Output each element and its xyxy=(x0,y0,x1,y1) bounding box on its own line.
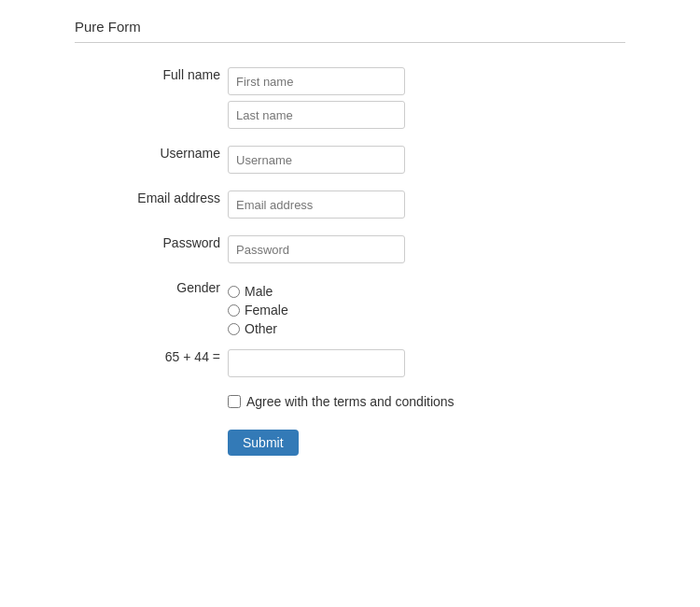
pure-form: Full name Username Email address xyxy=(75,62,625,461)
gender-male-text: Male xyxy=(245,284,273,299)
gender-other-label[interactable]: Other xyxy=(228,321,622,336)
email-label: Email address xyxy=(75,185,224,230)
password-label: Password xyxy=(75,230,224,275)
captcha-input[interactable] xyxy=(228,349,405,377)
password-input[interactable] xyxy=(228,235,405,263)
password-input-cell xyxy=(224,230,625,275)
submit-cell: Submit xyxy=(224,415,625,461)
captcha-input-cell xyxy=(224,342,625,388)
email-input-cell xyxy=(224,185,625,230)
gender-male-radio[interactable] xyxy=(228,286,240,298)
username-input[interactable] xyxy=(228,146,405,174)
gender-other-text: Other xyxy=(245,321,277,336)
email-row: Email address xyxy=(75,185,625,230)
terms-row: Agree with the terms and conditions xyxy=(75,388,625,415)
captcha-row: 65 + 44 = xyxy=(75,342,625,388)
gender-male-label[interactable]: Male xyxy=(228,284,622,299)
fullname-row: Full name xyxy=(75,62,625,140)
form-table: Full name Username Email address xyxy=(75,62,625,461)
last-name-input[interactable] xyxy=(228,101,405,129)
username-input-cell xyxy=(224,140,625,185)
fullname-inputs xyxy=(224,62,625,140)
gender-radio-group: Male Female Other xyxy=(228,280,622,336)
username-label: Username xyxy=(75,140,224,185)
gender-female-radio[interactable] xyxy=(228,304,240,317)
terms-text: Agree with the terms and conditions xyxy=(246,394,455,409)
gender-row: Gender Male Female xyxy=(75,275,625,342)
gender-female-text: Female xyxy=(245,303,288,318)
terms-checkbox[interactable] xyxy=(228,395,241,408)
email-input[interactable] xyxy=(228,191,405,219)
gender-options-cell: Male Female Other xyxy=(224,275,625,342)
submit-row: Submit xyxy=(75,415,625,461)
username-row: Username xyxy=(75,140,625,185)
terms-cell: Agree with the terms and conditions xyxy=(224,388,625,415)
submit-button[interactable]: Submit xyxy=(228,430,299,456)
page-container: Pure Form Full name Username xyxy=(0,0,700,480)
gender-other-radio[interactable] xyxy=(228,323,240,335)
terms-empty-label xyxy=(75,388,224,415)
first-name-input[interactable] xyxy=(228,67,405,95)
gender-female-label[interactable]: Female xyxy=(228,303,622,318)
submit-empty-label xyxy=(75,415,224,461)
page-title: Pure Form xyxy=(75,19,625,43)
fullname-label: Full name xyxy=(75,62,224,140)
gender-label: Gender xyxy=(75,275,224,342)
password-row: Password xyxy=(75,230,625,275)
captcha-label: 65 + 44 = xyxy=(75,342,224,388)
terms-label[interactable]: Agree with the terms and conditions xyxy=(228,394,622,409)
